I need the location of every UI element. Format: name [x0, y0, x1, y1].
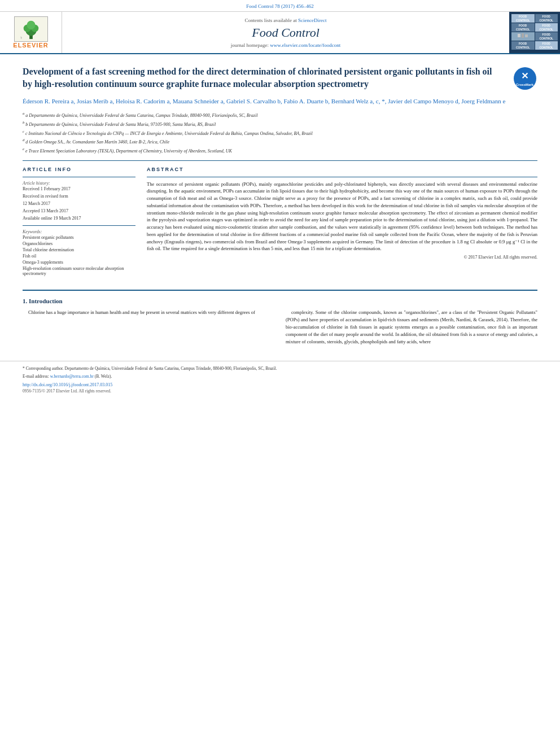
sciencedirect-link[interactable]: ScienceDirect: [298, 18, 326, 23]
fc-cell-3: FOODCONTROL: [511, 23, 535, 32]
svg-point-4: [27, 20, 35, 29]
contents-line: Contents lists available at ScienceDirec…: [245, 18, 327, 23]
keywords-label: Keywords:: [23, 229, 135, 234]
email-link[interactable]: w.bernardo@terra.com.br: [50, 374, 94, 379]
journal-homepage-link[interactable]: www.elsevier.com/locate/foodcont: [270, 42, 340, 48]
fc-cell-6: FOODCONTROL: [535, 32, 558, 41]
elsevier-logo-area: ⚕ ELSEVIER: [0, 12, 62, 53]
body-col-right: complexity. Some of the chlorine compoun…: [286, 309, 537, 350]
svg-rect-7: [522, 33, 524, 38]
available-date: Available online 19 March 2017: [23, 216, 135, 221]
keyword-2: Organochlorines: [23, 241, 135, 246]
abstract-text: The occurrence of persistent organic pol…: [147, 181, 537, 253]
journal-title: Food Control: [252, 25, 320, 40]
elsevier-wordmark: ELSEVIER: [13, 42, 48, 49]
keyword-1: Persistent organic pollutants: [23, 235, 135, 240]
body-section: 1. Introduction Chlorine has a huge impo…: [0, 298, 560, 350]
affiliation-b: b b Departamento de Química, Universidad…: [23, 120, 537, 128]
paper-title-text: Development of a fast screening method f…: [23, 67, 492, 89]
affiliations: a a Departamento de Química, Universidad…: [23, 111, 537, 154]
page-footer: * Corresponding author. Departamento de …: [0, 361, 560, 397]
footnote-text: * Corresponding author. Departamento de …: [23, 366, 277, 371]
affiliation-e: e e Trace Element Speciation Laboratory …: [23, 146, 537, 155]
intro-para-1: Chlorine has a huge importance in human …: [23, 309, 274, 316]
keyword-3: Total chlorine determination: [23, 247, 135, 252]
revised-date: 12 March 2017: [23, 201, 135, 206]
affiliation-d: d d Golden Omega SA., Av. Comandante San…: [23, 137, 537, 146]
journal-homepage: journal homepage: www.elsevier.com/locat…: [231, 42, 340, 48]
footnote-email: E-mail address: w.bernardo@terra.com.br …: [23, 374, 537, 380]
footnote-corresponding: * Corresponding author. Departamento de …: [23, 366, 537, 372]
keywords-section: Keywords: Persistent organic pollutants …: [23, 225, 135, 276]
article-content: Development of a fast screening method f…: [0, 54, 560, 283]
svg-rect-8: [525, 34, 528, 37]
journal-title-area: Contents lists available at ScienceDirec…: [62, 12, 509, 53]
keyword-5: Omega-3 supplements: [23, 260, 135, 265]
abstract-panel: ABSTRACT The occurrence of persistent or…: [147, 167, 537, 277]
affiliation-a: a a Departamento de Química, Universidad…: [23, 111, 537, 119]
paper-title: Development of a fast screening method f…: [23, 65, 537, 91]
fc-cell-1: FOODCONTROL: [511, 14, 535, 23]
journal-cover-image: FOODCONTROL FOODCONTROL FOODCONTROL FOOD…: [509, 12, 560, 53]
svg-text:⚕: ⚕: [20, 36, 22, 40]
article-info-heading: ARTICLE INFO: [23, 167, 135, 172]
crossmark-label: CrossMark: [516, 82, 533, 87]
keywords-divider: [23, 225, 135, 226]
crossmark-cross: ✕: [521, 70, 528, 82]
intro-heading: 1. Introduction: [23, 298, 537, 304]
citation-text: Food Control 78 (2017) 456–462: [246, 3, 314, 9]
fc-cell-7: FOODCONTROL: [511, 41, 535, 50]
info-divider: [23, 177, 135, 177]
doi-line: http://dx.doi.org/10.1016/j.jfoodcont.20…: [23, 382, 537, 387]
accepted-date: Accepted 13 March 2017: [23, 208, 135, 213]
article-info-abstract: ARTICLE INFO Article history: Received 1…: [23, 160, 537, 277]
issn-line: 0956-7135/© 2017 Elsevier Ltd. All right…: [23, 388, 537, 394]
email-author: B. Welz: [96, 374, 110, 379]
elsevier-logo: ⚕ ELSEVIER: [13, 16, 48, 49]
svg-rect-6: [518, 34, 520, 37]
doi-link[interactable]: http://dx.doi.org/10.1016/j.jfoodcont.20…: [23, 382, 112, 387]
email-label: E-mail address:: [23, 374, 49, 379]
abstract-heading: ABSTRACT: [147, 167, 537, 172]
fc-cell-4: FOODCONTROL: [535, 23, 558, 32]
journal-header: ⚕ ELSEVIER Contents lists available at S…: [0, 12, 560, 54]
keyword-6: High-resolution continuum source molecul…: [23, 266, 135, 276]
intro-para-2: complexity. Some of the chlorine compoun…: [286, 309, 537, 346]
received-date: Received 1 February 2017: [23, 186, 135, 191]
fc-cell-2: FOODCONTROL: [535, 14, 558, 23]
section-divider: [23, 290, 537, 291]
citation-bar: Food Control 78 (2017) 456–462: [0, 0, 560, 12]
affiliation-c: c c Instituto Nacional de Ciência e Tecn…: [23, 129, 537, 137]
history-label: Article history:: [23, 181, 135, 186]
fc-grid: FOODCONTROL FOODCONTROL FOODCONTROL FOOD…: [511, 14, 558, 50]
keyword-4: Fish oil: [23, 254, 135, 259]
elsevier-tree-image: ⚕: [14, 16, 48, 42]
authors-line: Éderson R. Pereira a, Josias Merib a, He…: [23, 97, 537, 107]
revised-label: Received in revised form: [23, 194, 135, 199]
abstract-divider: [147, 177, 537, 177]
body-col-left: Chlorine has a huge importance in human …: [23, 309, 274, 350]
article-info-panel: ARTICLE INFO Article history: Received 1…: [23, 167, 135, 277]
fc-cell-8: FOODCONTROL: [535, 41, 558, 50]
authors-text: Éderson R. Pereira a, Josias Merib a, He…: [23, 98, 505, 104]
fc-cell-5: [511, 32, 535, 41]
crossmark-badge[interactable]: ✕ CrossMark: [512, 65, 537, 91]
body-columns: Chlorine has a huge importance in human …: [23, 309, 537, 350]
copyright-text: © 2017 Elsevier Ltd. All rights reserved…: [147, 255, 537, 260]
